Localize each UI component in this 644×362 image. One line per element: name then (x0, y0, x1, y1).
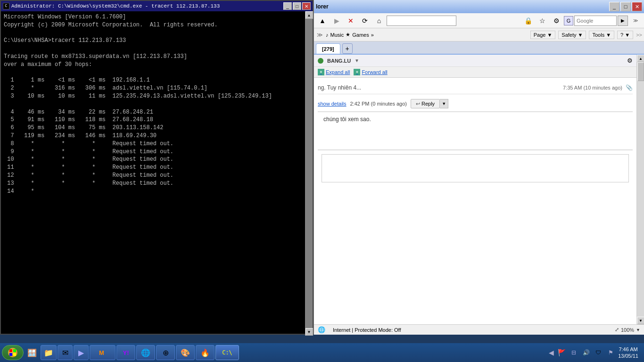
ie-globe-icon: 🌐 (318, 326, 325, 333)
ie-title-text: lorer (316, 3, 329, 10)
taskbar-mjuice-btn[interactable]: M (90, 345, 116, 360)
tray-sound-icon[interactable]: 🔊 (581, 348, 591, 357)
taskbar-media-btn[interactable]: ▶ (74, 345, 89, 360)
taskbar-ie-btn[interactable]: 🌐 (136, 345, 155, 360)
cmd-maximize-btn[interactable]: □ (293, 2, 301, 10)
ie-minimize-btn[interactable]: _ (609, 2, 619, 11)
email-item-header: ng. Tuy nhiên 4... 7:35 AM (10 minutes a… (318, 84, 633, 91)
ie-maximize-btn[interactable]: □ (620, 2, 631, 11)
ie-close-btn[interactable]: ✕ (632, 2, 642, 11)
email-time-0: 7:35 AM (10 minutes ago) 📎 (563, 84, 633, 91)
tray-time-text: 7:46 AM (618, 346, 638, 353)
cmd-close-btn[interactable]: ✕ (302, 2, 311, 10)
email-body-text: chúng tôi xem sao. (323, 116, 627, 123)
ie-toolbar: ▲ ▶ ✕ ⟳ ⌂ 🔒 ☆ ⚙ G ▶ ≫ (314, 13, 644, 28)
taskbar-paint-btn[interactable]: 🎨 (176, 345, 195, 360)
taskbar-yahoo-btn[interactable]: Y! (116, 345, 135, 360)
ie-tools-page-btn[interactable]: Tools ▼ (589, 31, 614, 39)
reply-arrow-icon: ↩ (416, 101, 420, 107)
ie-refresh-btn[interactable]: ⟳ (358, 15, 372, 27)
ie-titlebar: lorer _ □ ✕ (314, 0, 644, 13)
ie-address-input[interactable] (387, 16, 456, 26)
tray-network-icon[interactable]: ⊟ (569, 348, 578, 357)
ie-tools-btn[interactable]: ⚙ (550, 15, 563, 27)
ie-window: lorer _ □ ✕ ▲ ▶ ✕ ⟳ ⌂ 🔒 ☆ ⚙ G ▶ ≫ ≫ ♪ Mu… (314, 0, 644, 335)
cmd-controls: _ □ ✕ (283, 2, 311, 10)
tray-flag-icon[interactable]: 🚩 (557, 348, 566, 357)
bang-lu-dropdown-arrow[interactable]: ▼ (355, 58, 359, 63)
svg-rect-1 (13, 349, 16, 352)
ie-tab-bar: [279] + (314, 41, 644, 55)
reply-btn-group: ↩ Reply ▼ (411, 99, 448, 108)
ie-controls: _ □ ✕ (609, 2, 642, 11)
ie-expand-right-btn[interactable]: >> (636, 32, 642, 38)
ie-content-scrollbar[interactable]: ▲ ▼ (636, 55, 644, 324)
compose-area (318, 149, 633, 188)
tray-action-icon[interactable]: ⚑ (606, 348, 615, 357)
ie-search-go-btn[interactable]: ▶ (618, 16, 628, 26)
taskbar-mail-btn[interactable]: ✉ (58, 345, 73, 360)
email-actions-bar: + Expand all + Forward all (314, 67, 636, 78)
ie-music-btn[interactable]: ♪ Music (326, 32, 344, 38)
ie-zoom-dropdown-icon[interactable]: ▼ (636, 328, 640, 332)
svg-rect-3 (13, 353, 16, 356)
email-body-area: chúng tôi xem sao. (318, 112, 633, 149)
start-button[interactable] (2, 345, 24, 360)
ie-more-links-btn[interactable]: » (371, 32, 374, 38)
systray: ◀ 🚩 ⊟ 🔊 🛡 ⚑ 7:46 AM 13/05/11 (549, 346, 642, 360)
expand-all-icon: + (318, 69, 324, 75)
taskbar-chrome-btn[interactable]: ⊕ (156, 345, 175, 360)
ie-content-scroll-down[interactable]: ▼ (637, 317, 644, 324)
ie-zoom-label: 100% (621, 327, 634, 333)
ie-content-scroll-up[interactable]: ▲ (637, 55, 644, 62)
bang-lu-username: BANG.LU (327, 58, 351, 64)
compose-input[interactable] (322, 154, 629, 182)
reply-dropdown-btn[interactable]: ▼ (440, 99, 448, 108)
ie-page-btn[interactable]: Page ▼ (530, 31, 556, 39)
firefox-icon: 🔥 (200, 348, 210, 357)
bang-lu-settings-icon[interactable]: ⚙ (627, 57, 633, 64)
ie-favorites-btn[interactable]: ☆ (536, 15, 549, 27)
taskbar-firefox-btn[interactable]: 🔥 (196, 345, 215, 360)
cmd-minimize-btn[interactable]: _ (283, 2, 292, 10)
cmd-scroll-track (305, 19, 313, 328)
google-search-icon: G (564, 16, 573, 25)
ie-zoom-area: ⤢ 100% ▼ (615, 327, 640, 333)
ie-stop-btn[interactable]: ✕ (344, 15, 357, 27)
show-details-link[interactable]: show details (318, 101, 347, 107)
expand-all-link[interactable]: + Expand all (318, 69, 350, 75)
tray-security-icon[interactable]: 🛡 (594, 348, 603, 357)
tray-expand-btn[interactable]: ◀ (549, 349, 554, 356)
taskbar-show-desktop-btn[interactable]: 🪟 (25, 345, 40, 360)
ie-links-expand[interactable]: ≫ (316, 32, 324, 38)
email-conversation: ng. Tuy nhiên 4... 7:35 AM (10 minutes a… (314, 78, 636, 191)
ie-search-area: G ▶ (564, 16, 628, 26)
ie-games-btn[interactable]: ★ Games (346, 32, 369, 38)
forward-all-link[interactable]: + Forward all (354, 69, 387, 75)
reply-button[interactable]: ↩ Reply (411, 99, 440, 108)
ie-content-scroll-track (637, 62, 644, 317)
tray-clock[interactable]: 7:46 AM 13/05/11 (618, 346, 638, 360)
cmd-titlebar: C Administrator: C:\Windows\system32\cmd… (1, 1, 313, 11)
taskbar-cmd-btn[interactable]: C:\ (215, 345, 239, 360)
reply-timestamp: 2:42 PM (0 minutes ago) (350, 101, 407, 107)
ie-new-tab-btn[interactable]: + (342, 43, 353, 54)
ie-home-btn[interactable]: ⌂ (372, 15, 386, 27)
ie-help-btn[interactable]: ? ▼ (617, 31, 633, 39)
ie-forward-btn[interactable]: ▶ (330, 15, 343, 27)
mail-icon: ✉ (62, 348, 68, 357)
taskbar-explorer-btn[interactable]: 📁 (41, 345, 57, 360)
bang-lu-bar: BANG.LU ▼ ⚙ (314, 55, 636, 67)
ie-tab-0[interactable]: [279] (316, 43, 340, 54)
ie-search-expand-btn[interactable]: ≫ (629, 15, 642, 27)
ie-search-input[interactable] (574, 16, 617, 26)
cmd-scroll-up-btn[interactable]: ▲ (305, 11, 313, 19)
ie-content-wrapper: BANG.LU ▼ ⚙ + Expand all + Forward all (314, 55, 636, 324)
cmd-scrollbar[interactable]: ▲ ▼ (305, 11, 313, 336)
cmd-scroll-down-btn[interactable]: ▼ (305, 328, 313, 336)
svg-rect-2 (9, 353, 12, 356)
yahoo-icon: Y! (123, 349, 129, 356)
ie-back-btn[interactable]: ▲ (316, 15, 329, 27)
ie-safety-btn[interactable]: Safety ▼ (558, 31, 586, 39)
ie-status-text: Internet | Protected Mode: Off (333, 327, 401, 333)
